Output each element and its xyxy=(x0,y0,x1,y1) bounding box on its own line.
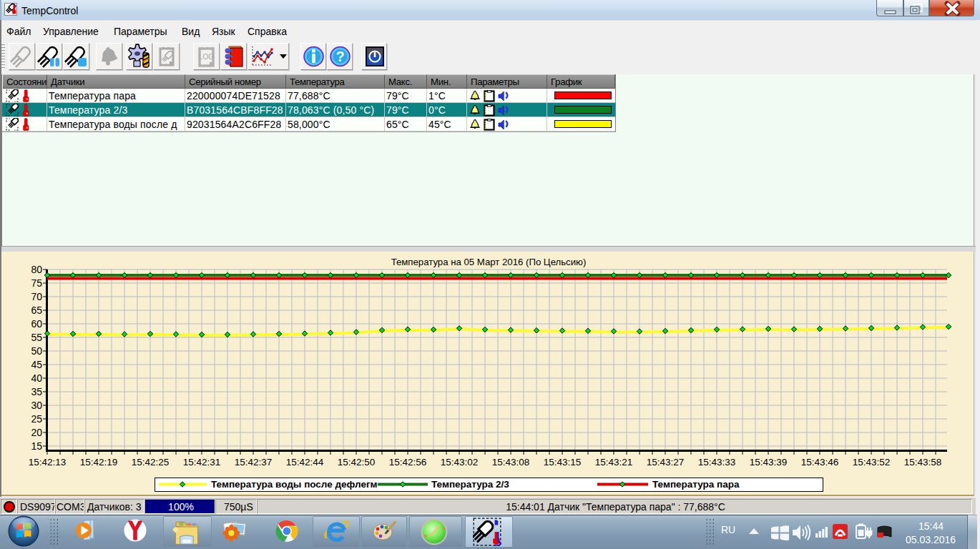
svg-text:15:43:27: 15:43:27 xyxy=(647,457,685,468)
svg-text:15:42:56: 15:42:56 xyxy=(389,457,427,468)
svg-text:15:43:39: 15:43:39 xyxy=(750,457,788,468)
svg-text:LOG: LOG xyxy=(199,53,214,61)
svg-text:15:42:13: 15:42:13 xyxy=(29,457,67,468)
svg-text:35: 35 xyxy=(31,386,42,397)
svg-text:15:43:02: 15:43:02 xyxy=(441,457,479,468)
svg-text:25: 25 xyxy=(31,413,42,425)
svg-text:15:42:50: 15:42:50 xyxy=(338,457,376,468)
svg-text:50: 50 xyxy=(31,345,42,357)
svg-text:15:42:25: 15:42:25 xyxy=(132,457,170,468)
svg-text:15:43:52: 15:43:52 xyxy=(853,457,891,468)
svg-text:15:43:08: 15:43:08 xyxy=(492,457,530,468)
svg-text:15:43:21: 15:43:21 xyxy=(595,457,633,468)
svg-text:15:42:44: 15:42:44 xyxy=(286,457,324,468)
svg-text:Температура на 05 Март 2016 (П: Температура на 05 Март 2016 (По Цельсию) xyxy=(391,257,587,267)
svg-text:65: 65 xyxy=(31,305,42,316)
svg-text:Температура пара: Температура пара xyxy=(652,479,740,490)
svg-text:55: 55 xyxy=(31,332,42,343)
svg-text:15: 15 xyxy=(31,440,42,452)
svg-text:Температура воды после дефлегм: Температура воды после дефлегм xyxy=(211,479,378,490)
svg-text:15:42:19: 15:42:19 xyxy=(80,457,118,468)
svg-text:Температура 2/3: Температура 2/3 xyxy=(431,479,509,490)
svg-text:80: 80 xyxy=(31,264,42,275)
svg-text:45: 45 xyxy=(31,359,42,370)
svg-text:15:42:37: 15:42:37 xyxy=(235,457,273,468)
svg-text:15:43:33: 15:43:33 xyxy=(698,457,736,468)
svg-text:60: 60 xyxy=(31,318,42,330)
svg-text:40: 40 xyxy=(31,372,42,384)
svg-text:20: 20 xyxy=(31,427,42,438)
svg-text:70: 70 xyxy=(31,291,42,302)
svg-text:15:43:15: 15:43:15 xyxy=(544,457,582,468)
svg-text:75: 75 xyxy=(31,277,42,289)
svg-text:30: 30 xyxy=(31,400,42,411)
svg-text:15:43:46: 15:43:46 xyxy=(801,457,839,468)
svg-text:?: ? xyxy=(335,49,344,64)
svg-text:15:43:58: 15:43:58 xyxy=(904,457,942,468)
svg-text:15:42:31: 15:42:31 xyxy=(183,457,221,468)
